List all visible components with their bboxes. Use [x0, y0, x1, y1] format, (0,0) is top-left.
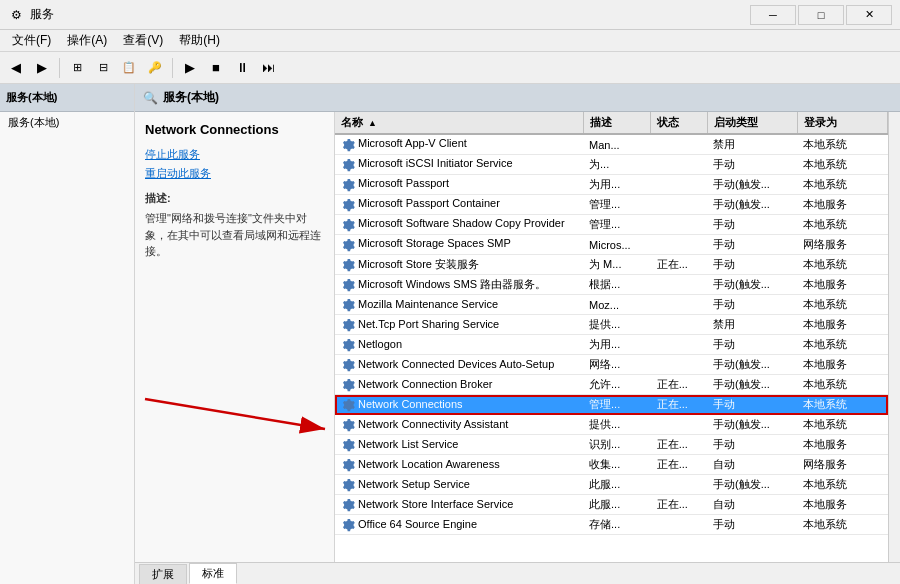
toolbar-btn-2[interactable]: ⊟	[91, 56, 115, 80]
table-row[interactable]: Microsoft Passport为用...手动(触发...本地系统	[335, 175, 888, 195]
services-table-container[interactable]: 名称 ▲ 描述 状态 启动类型 登录为 Microsoft App-V	[335, 112, 888, 562]
service-status-cell	[651, 335, 707, 355]
service-desc-cell: 此服...	[583, 475, 651, 495]
service-startup-cell: 手动	[707, 435, 797, 455]
stop-button[interactable]: ■	[204, 56, 228, 80]
table-row[interactable]: Microsoft Windows SMS 路由器服务。根据...手动(触发..…	[335, 275, 888, 295]
service-status-cell	[651, 515, 707, 535]
service-startup-cell: 手动	[707, 515, 797, 535]
window-controls: ─ □ ✕	[750, 5, 892, 25]
red-arrow-svg	[140, 389, 340, 439]
menu-action[interactable]: 操作(A)	[59, 30, 115, 51]
menu-bar: 文件(F) 操作(A) 查看(V) 帮助(H)	[0, 30, 900, 52]
table-row[interactable]: Network Setup Service此服...手动(触发...本地系统	[335, 475, 888, 495]
gear-icon	[341, 478, 355, 492]
service-startup-cell: 手动(触发...	[707, 415, 797, 435]
toolbar-btn-1[interactable]: ⊞	[65, 56, 89, 80]
service-login-cell: 本地系统	[797, 215, 887, 235]
service-login-cell: 本地服务	[797, 275, 887, 295]
table-row[interactable]: Network Store Interface Service此服...正在..…	[335, 495, 888, 515]
service-name-cell: Network Store Interface Service	[335, 495, 583, 515]
col-header-status[interactable]: 状态	[651, 112, 707, 134]
service-login-cell: 本地系统	[797, 395, 887, 415]
col-header-name[interactable]: 名称 ▲	[335, 112, 583, 134]
services-table: 名称 ▲ 描述 状态 启动类型 登录为 Microsoft App-V	[335, 112, 888, 535]
table-row[interactable]: Microsoft Passport Container管理...手动(触发..…	[335, 195, 888, 215]
maximize-button[interactable]: □	[798, 5, 844, 25]
service-status-cell: 正在...	[651, 395, 707, 415]
table-row[interactable]: Mozilla Maintenance ServiceMoz...手动本地系统	[335, 295, 888, 315]
gear-icon	[341, 178, 355, 192]
stop-service-link[interactable]: 停止此服务	[145, 147, 324, 162]
service-status-cell	[651, 235, 707, 255]
content-header: 🔍 服务(本地)	[135, 84, 900, 112]
service-status-cell	[651, 415, 707, 435]
back-button[interactable]: ◀	[4, 56, 28, 80]
service-desc-cell: Moz...	[583, 295, 651, 315]
col-header-login[interactable]: 登录为	[797, 112, 887, 134]
restart-service-link[interactable]: 重启动此服务	[145, 166, 324, 181]
menu-file[interactable]: 文件(F)	[4, 30, 59, 51]
service-desc-cell: 存储...	[583, 515, 651, 535]
service-desc-cell: 为 M...	[583, 255, 651, 275]
gear-icon	[341, 218, 355, 232]
menu-help[interactable]: 帮助(H)	[171, 30, 228, 51]
table-row[interactable]: Netlogon为用...手动本地系统	[335, 335, 888, 355]
svg-line-1	[145, 399, 325, 429]
table-row[interactable]: Network Location Awareness收集...正在...自动网络…	[335, 455, 888, 475]
play-button[interactable]: ▶	[178, 56, 202, 80]
service-desc-cell: 为用...	[583, 335, 651, 355]
table-row[interactable]: Network Connections管理...正在...手动本地系统	[335, 395, 888, 415]
service-status-cell	[651, 475, 707, 495]
table-row[interactable]: Office 64 Source Engine存储...手动本地系统	[335, 515, 888, 535]
tab-expand[interactable]: 扩展	[139, 564, 187, 584]
table-row[interactable]: Network Connection Broker允许...正在...手动(触发…	[335, 375, 888, 395]
minimize-button[interactable]: ─	[750, 5, 796, 25]
restart-button[interactable]: ⏭	[256, 56, 280, 80]
table-row[interactable]: Network Connected Devices Auto-Setup网络..…	[335, 355, 888, 375]
sidebar-item-local[interactable]: 服务(本地)	[0, 112, 134, 133]
service-status-cell	[651, 195, 707, 215]
sidebar-header: 服务(本地)	[0, 84, 134, 112]
table-row[interactable]: Network Connectivity Assistant提供...手动(触发…	[335, 415, 888, 435]
table-row[interactable]: Microsoft Store 安装服务为 M...正在...手动本地系统	[335, 255, 888, 275]
toolbar-btn-3[interactable]: 📋	[117, 56, 141, 80]
tab-standard[interactable]: 标准	[189, 563, 237, 584]
forward-button[interactable]: ▶	[30, 56, 54, 80]
service-login-cell: 本地服务	[797, 495, 887, 515]
table-row[interactable]: Microsoft Storage Spaces SMPMicros...手动网…	[335, 235, 888, 255]
service-status-cell: 正在...	[651, 495, 707, 515]
service-login-cell: 本地系统	[797, 475, 887, 495]
content-panel: 🔍 服务(本地) Network Connections 停止此服务 重启动此服…	[135, 84, 900, 584]
table-row[interactable]: Microsoft iSCSI Initiator Service为...手动本…	[335, 155, 888, 175]
service-startup-cell: 手动	[707, 255, 797, 275]
close-button[interactable]: ✕	[846, 5, 892, 25]
menu-view[interactable]: 查看(V)	[115, 30, 171, 51]
gear-icon	[341, 338, 355, 352]
col-header-desc[interactable]: 描述	[583, 112, 651, 134]
service-desc-cell: 管理...	[583, 395, 651, 415]
service-name-cell: Microsoft Software Shadow Copy Provider	[335, 215, 583, 235]
service-name-cell: Mozilla Maintenance Service	[335, 295, 583, 315]
pause-button[interactable]: ⏸	[230, 56, 254, 80]
service-name-cell: Netlogon	[335, 335, 583, 355]
table-row[interactable]: Network List Service识别...正在...手动本地服务	[335, 435, 888, 455]
app-icon: ⚙	[8, 7, 24, 23]
service-name-cell: Network Connectivity Assistant	[335, 415, 583, 435]
gear-icon	[341, 138, 355, 152]
content-header-icon: 🔍	[143, 91, 158, 105]
service-status-cell	[651, 355, 707, 375]
service-startup-cell: 自动	[707, 495, 797, 515]
arrow-indicator	[140, 389, 340, 442]
table-row[interactable]: Microsoft App-V ClientMan...禁用本地系统	[335, 134, 888, 155]
service-desc-cell: 管理...	[583, 215, 651, 235]
service-startup-cell: 手动	[707, 295, 797, 315]
scrollbar[interactable]	[888, 112, 900, 562]
service-startup-cell: 手动	[707, 155, 797, 175]
gear-icon	[341, 238, 355, 252]
toolbar-btn-4[interactable]: 🔑	[143, 56, 167, 80]
service-status-cell: 正在...	[651, 435, 707, 455]
table-row[interactable]: Net.Tcp Port Sharing Service提供...禁用本地服务	[335, 315, 888, 335]
table-row[interactable]: Microsoft Software Shadow Copy Provider管…	[335, 215, 888, 235]
col-header-startup[interactable]: 启动类型	[707, 112, 797, 134]
